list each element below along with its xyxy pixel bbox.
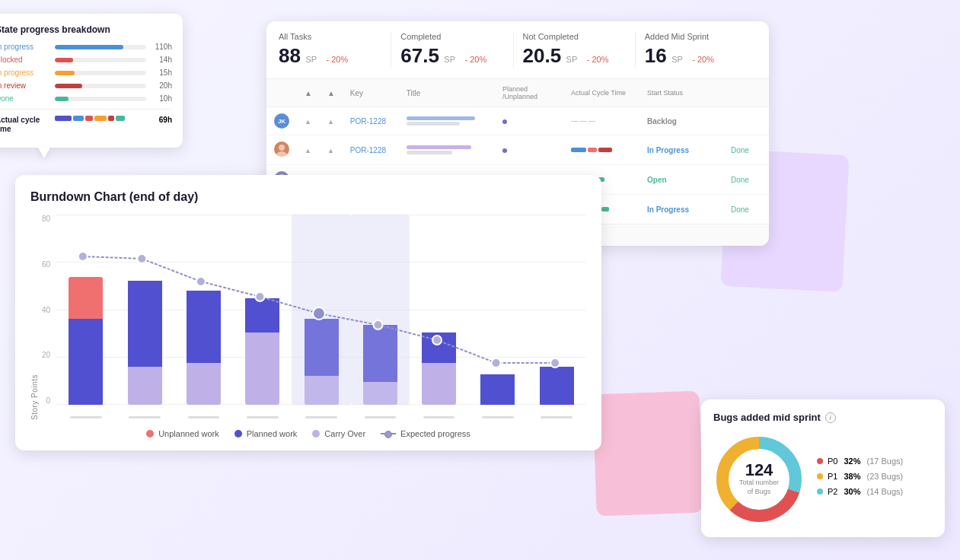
th-done [723,79,769,107]
td-sort2: ▲ [320,107,343,135]
bar-carryover-3 [187,363,221,405]
key-link[interactable]: POR-1228 [350,117,386,126]
avatar [274,142,289,157]
actual-cycle-bars [55,116,146,121]
state-card: State progress breakdown In progress 110… [0,14,183,148]
td-key: POR-1228 [343,107,399,135]
y-axis-title: Story Points [30,215,39,420]
state-row-5: Done 10h [0,94,172,103]
state-hours-2: 14h [151,56,172,64]
bar-stack-6 [354,325,407,405]
status-badge: In Progress [647,205,689,214]
chart-legend: Unplanned work Planned work Carry Over E… [30,429,586,438]
state-bar-track-1 [55,45,146,49]
td-sort2: ▲ [320,135,343,165]
x-label-5 [295,416,347,420]
bug-p2-count: (14 Bugs) [867,487,904,496]
state-bar-fill-3 [55,71,75,75]
legend-label-planned: Planned work [247,429,298,438]
state-bar-fill-5 [55,97,69,101]
bug-dot-p1 [817,473,823,479]
state-bar-track-3 [55,71,146,75]
td-actual [563,135,639,165]
bar-planned-1 [69,319,103,405]
bar-stack-9 [531,367,583,405]
th-status: Start Status [639,79,723,107]
y-label-20: 20 [42,351,50,359]
td-status: Open [639,165,723,195]
status-badge: In Progress [647,146,689,154]
state-hours-3: 15h [151,68,172,77]
bug-legend-p1: P1 38% (23 Bugs) [817,472,933,481]
bugs-title-text: Bugs added mid sprint [713,412,821,423]
bug-p0-label: P0 [828,457,837,466]
donut-label: Total number of Bugs [736,479,782,496]
bug-p0-count: (17 Bugs) [867,457,904,466]
bar-group-9 [531,215,583,405]
state-bar-track-5 [55,97,146,101]
state-divider [0,109,172,110]
y-label-80: 80 [42,215,50,223]
stat-completed-unit: SP [444,55,455,64]
stat-completed-change: - 20% [464,55,486,64]
td-avatar: JK [266,107,297,135]
actual-cycle-hours: 69h [151,116,172,124]
legend-label-expected: Expected progress [400,429,470,438]
svg-point-1 [279,145,285,151]
stat-all-tasks: All Tasks 88 SP - 20% [279,32,391,68]
key-link[interactable]: POR-1228 [350,146,386,154]
stat-added-mid: Added Mid Sprint 16 SP - 20% [636,32,757,68]
bug-p0-pct: 32% [844,457,860,466]
td-done [723,107,769,135]
th-arrow2: ▲ [320,79,343,107]
th-arrow1: ▲ [297,79,320,107]
bugs-content: 124 Total number of Bugs P0 32% (17 Bugs… [713,434,933,525]
stat-all-tasks-label: All Tasks [279,32,381,41]
title-bar-1 [407,145,471,149]
done-badge: Done [731,176,749,184]
bars-container [56,215,586,405]
x-label-8 [471,416,524,420]
legend-line-expected [381,433,396,434]
state-row-3: In progress 15h [0,68,172,77]
burndown-title: Burndown Chart (end of day) [30,190,586,204]
legend-label-carryover: Carry Over [324,429,365,438]
legend-dot-unplanned [146,430,154,438]
td-status: Backlog [639,107,723,135]
title-bar-2 [407,151,452,154]
x-label-7 [413,416,465,420]
bug-legend-p2: P2 30% (14 Bugs) [817,487,933,496]
x-label-2 [118,416,171,420]
stat-added-mid-value: 16 [645,44,667,67]
td-title [399,135,495,165]
bugs-title: Bugs added mid sprint i [713,412,933,423]
state-row-1: In progress 110h [0,43,172,51]
state-row-4: In review 20h [0,81,172,90]
bar-planned-2 [128,281,162,367]
stat-completed: Completed 67.5 SP - 20% [391,32,513,68]
y-label-0: 0 [42,396,50,405]
bar-stack-1 [59,277,112,405]
state-row-2: Blocked 14h [0,56,172,64]
bug-p1-pct: 38% [844,472,860,481]
page-container: All Tasks 88 SP - 20% Completed 67.5 SP … [0,0,960,560]
state-name-5: Done [0,94,50,103]
x-label-3 [177,416,230,420]
dot-indicator [502,148,507,153]
y-label-60: 60 [42,260,50,269]
bar-unplanned-1 [69,277,103,319]
state-bar-fill-2 [55,58,73,62]
status-badge: Open [647,176,667,184]
stat-completed-value: 67.5 [400,44,439,67]
state-bar-track-2 [55,58,146,62]
donut-center: 124 Total number of Bugs [736,462,782,496]
chart-area: Story Points 80 60 40 20 0 [30,215,586,420]
td-key: POR-1228 [343,135,399,165]
bar-group-8 [471,215,524,405]
td-done: Done [723,165,769,195]
x-label-4 [236,416,289,420]
td-planned [495,135,563,165]
stat-completed-label: Completed [400,32,503,41]
stat-not-completed-unit: SP [566,55,578,64]
actual-cycle-row: Actual cycle time 69h [0,116,172,134]
